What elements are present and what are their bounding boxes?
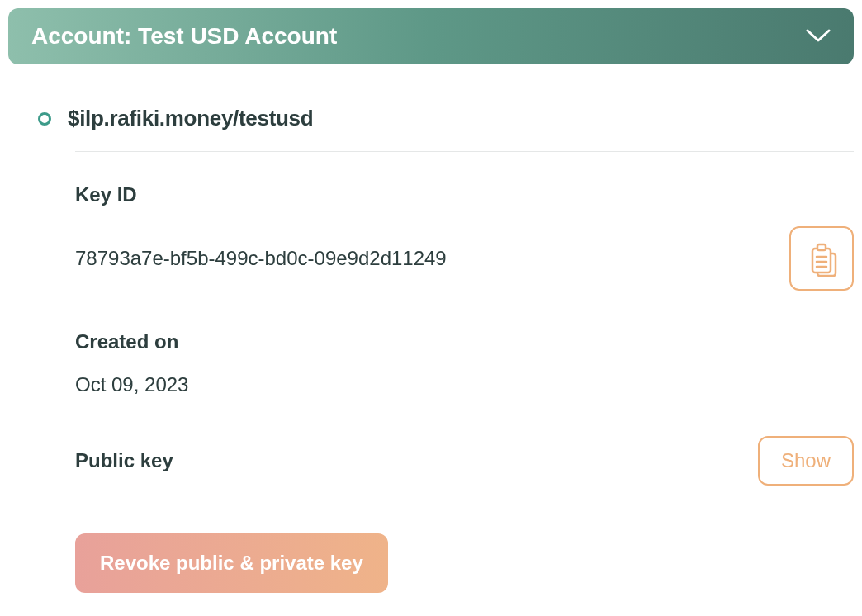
- status-indicator-icon: [38, 112, 51, 126]
- public-key-label: Public key: [75, 449, 173, 472]
- account-title: Account: Test USD Account: [31, 23, 337, 50]
- content-area: $ilp.rafiki.money/testusd Key ID 78793a7…: [8, 106, 854, 593]
- show-public-key-button[interactable]: Show: [758, 436, 854, 486]
- created-on-label: Created on: [75, 330, 854, 353]
- wallet-address: $ilp.rafiki.money/testusd: [68, 106, 313, 131]
- created-on-value: Oct 09, 2023: [75, 373, 854, 396]
- copy-key-id-button[interactable]: [789, 226, 854, 291]
- account-collapse-header[interactable]: Account: Test USD Account: [8, 8, 854, 64]
- svg-rect-1: [817, 244, 826, 250]
- key-id-label: Key ID: [75, 183, 854, 206]
- wallet-row: $ilp.rafiki.money/testusd: [38, 106, 854, 131]
- key-id-value: 78793a7e-bf5b-499c-bd0c-09e9d2d11249: [75, 247, 447, 270]
- revoke-key-button[interactable]: Revoke public & private key: [75, 533, 388, 593]
- key-id-row: 78793a7e-bf5b-499c-bd0c-09e9d2d11249: [75, 226, 854, 291]
- chevron-down-icon: [806, 29, 831, 44]
- divider: [75, 151, 854, 152]
- clipboard-icon: [803, 240, 840, 277]
- created-on-block: Created on Oct 09, 2023: [75, 330, 854, 396]
- public-key-row: Public key Show: [75, 436, 854, 486]
- details-section: Key ID 78793a7e-bf5b-499c-bd0c-09e9d2d11…: [75, 183, 854, 593]
- key-id-block: Key ID 78793a7e-bf5b-499c-bd0c-09e9d2d11…: [75, 183, 854, 291]
- svg-rect-0: [812, 249, 831, 272]
